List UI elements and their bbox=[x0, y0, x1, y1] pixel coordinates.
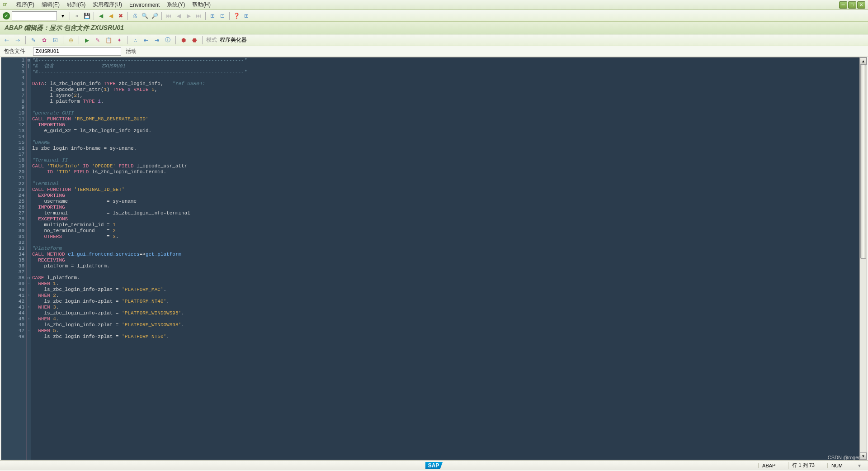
first-page-icon[interactable]: ⏮ bbox=[165, 12, 173, 20]
maximize-button[interactable]: □ bbox=[848, 1, 856, 9]
sap-logo: SAP bbox=[425, 462, 443, 469]
test-icon[interactable]: ▶ bbox=[83, 36, 91, 44]
last-page-icon[interactable]: ⏭ bbox=[194, 12, 203, 20]
where-used-icon[interactable]: ✎ bbox=[94, 36, 102, 44]
find-icon[interactable]: 🔍 bbox=[141, 12, 149, 20]
menu-goto[interactable]: 转到(G) bbox=[63, 0, 89, 10]
page-title: ABAP 编辑器：显示 包含文件 ZXUSRU01 bbox=[5, 24, 124, 32]
minimize-button[interactable]: ─ bbox=[839, 1, 847, 9]
back-icon[interactable]: ◀ bbox=[97, 12, 105, 20]
app-icon: ☞ bbox=[3, 1, 10, 9]
separator bbox=[79, 36, 79, 44]
separator bbox=[127, 36, 127, 44]
status-label: 活动 bbox=[126, 48, 137, 55]
scroll-thumb[interactable] bbox=[860, 65, 866, 259]
nav-back-icon[interactable]: ⇐ bbox=[3, 36, 11, 44]
insert-icon[interactable]: ✦ bbox=[115, 36, 123, 44]
statusbar: SAP ABAP 行 1 列 73 NUM ▾ bbox=[0, 460, 868, 470]
hierarchy-icon[interactable]: ⛬ bbox=[131, 36, 139, 44]
help-icon[interactable]: ❓ bbox=[232, 12, 241, 20]
separator bbox=[202, 36, 203, 44]
separator bbox=[94, 12, 94, 20]
separator bbox=[175, 36, 176, 44]
next-page-icon[interactable]: ▶ bbox=[184, 12, 193, 20]
menubar: ☞ 程序(P) 编辑(E) 转到(G) 实用程序(U) Environment … bbox=[0, 0, 868, 10]
separator bbox=[229, 12, 230, 20]
nav-forward-icon[interactable]: ⇒ bbox=[14, 36, 22, 44]
fold-column[interactable]: ⊟| ⊟◦ ◦ ◦ ◦ ◦ bbox=[27, 57, 31, 460]
pattern-label: 模式 bbox=[206, 36, 217, 44]
separator bbox=[63, 36, 63, 44]
info-icon[interactable]: ⓘ bbox=[164, 36, 172, 44]
menu-program[interactable]: 程序(P) bbox=[13, 0, 38, 10]
back-chevron-icon[interactable]: « bbox=[73, 12, 81, 20]
status-num: NUM bbox=[827, 463, 846, 468]
separator bbox=[161, 12, 162, 20]
indent-icon[interactable]: ⇥ bbox=[153, 36, 161, 44]
exit-icon[interactable]: ◀ bbox=[107, 12, 115, 20]
title-bar: ABAP 编辑器：显示 包含文件 ZXUSRU01 bbox=[0, 22, 868, 34]
separator bbox=[70, 12, 70, 20]
scroll-up-icon[interactable]: ▲ bbox=[860, 57, 867, 65]
scroll-track[interactable] bbox=[860, 65, 867, 452]
breakpoint2-icon[interactable]: ⬣ bbox=[190, 36, 198, 44]
menu-system[interactable]: 系统(Y) bbox=[163, 0, 189, 10]
display-change-icon[interactable]: ✎ bbox=[29, 36, 38, 44]
field-row: 包含文件 活动 bbox=[0, 46, 868, 57]
pretty-printer-label[interactable]: 程序美化器 bbox=[220, 36, 247, 44]
layout-icon[interactable]: ⊞ bbox=[242, 12, 250, 20]
code-editor: 1234567891011121314151617181920212223242… bbox=[1, 57, 867, 460]
create-shortcut-icon[interactable]: ⊡ bbox=[218, 12, 226, 20]
status-pos: 行 1 列 73 bbox=[788, 462, 818, 469]
print-icon[interactable]: 🖨 bbox=[131, 12, 139, 20]
close-button[interactable]: ✕ bbox=[857, 1, 865, 9]
dropdown-icon[interactable]: ▾ bbox=[59, 12, 67, 20]
status-lang: ABAP bbox=[758, 463, 779, 468]
main-toolbar: ✓ ▾ « 💾 ◀ ◀ ✖ 🖨 🔍 🔎 ⏮ ◀ ▶ ⏭ ⊞ ⊡ ❓ ⊞ bbox=[0, 10, 868, 22]
outdent-icon[interactable]: ⇤ bbox=[142, 36, 150, 44]
include-input[interactable] bbox=[33, 48, 121, 56]
menu-help[interactable]: 帮助(H) bbox=[189, 0, 214, 10]
status-right: ABAP 行 1 列 73 NUM ▾ bbox=[758, 461, 863, 470]
find-next-icon[interactable]: 🔎 bbox=[151, 12, 159, 20]
separator bbox=[25, 36, 26, 44]
activate-icon[interactable]: ⊚ bbox=[67, 36, 75, 44]
menu-edit[interactable]: 编辑(E) bbox=[38, 0, 63, 10]
breakpoint-icon[interactable]: ⬢ bbox=[179, 36, 188, 44]
cancel-icon[interactable]: ✖ bbox=[117, 12, 125, 20]
new-session-icon[interactable]: ⊞ bbox=[208, 12, 217, 20]
vertical-scrollbar[interactable]: ▲ ▼ bbox=[859, 57, 867, 460]
status-expand-icon[interactable]: ▾ bbox=[855, 461, 863, 470]
app-toolbar: ⇐ ⇒ ✎ ✿ ☑ ⊚ ▶ ✎ 📋 ✦ ⛬ ⇤ ⇥ ⓘ ⬢ ⬣ 模式 程序美化器 bbox=[0, 34, 868, 46]
line-gutter: 1234567891011121314151617181920212223242… bbox=[1, 57, 27, 460]
menu-utilities[interactable]: 实用程序(U) bbox=[89, 0, 126, 10]
command-field[interactable] bbox=[12, 11, 57, 20]
display-obj-icon[interactable]: 📋 bbox=[104, 36, 113, 44]
check-icon[interactable]: ☑ bbox=[51, 36, 59, 44]
menu-environment[interactable]: Environment bbox=[126, 1, 163, 9]
code-area[interactable]: *&--------------------------------------… bbox=[31, 57, 859, 460]
window-controls: ─ □ ✕ bbox=[839, 1, 865, 9]
other-object-icon[interactable]: ✿ bbox=[40, 36, 48, 44]
separator bbox=[127, 12, 128, 20]
include-label: 包含文件 bbox=[4, 48, 28, 55]
prev-page-icon[interactable]: ◀ bbox=[175, 12, 183, 20]
watermark: CSDN @rogerix4 bbox=[828, 455, 866, 460]
enter-icon[interactable]: ✓ bbox=[3, 12, 10, 19]
save-icon[interactable]: 💾 bbox=[83, 12, 91, 20]
separator bbox=[205, 12, 206, 20]
